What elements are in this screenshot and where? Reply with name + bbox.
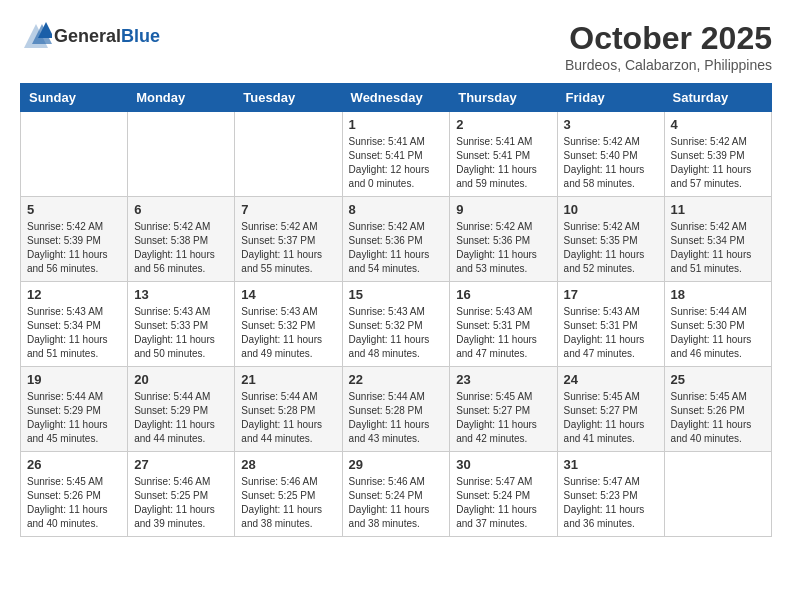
day-info: Sunrise: 5:44 AM Sunset: 5:28 PM Dayligh… bbox=[241, 390, 335, 446]
day-info: Sunrise: 5:43 AM Sunset: 5:31 PM Dayligh… bbox=[564, 305, 658, 361]
day-info: Sunrise: 5:44 AM Sunset: 5:28 PM Dayligh… bbox=[349, 390, 444, 446]
day-info: Sunrise: 5:45 AM Sunset: 5:26 PM Dayligh… bbox=[27, 475, 121, 531]
calendar-cell: 4Sunrise: 5:42 AM Sunset: 5:39 PM Daylig… bbox=[664, 112, 771, 197]
day-number: 2 bbox=[456, 117, 550, 132]
day-number: 31 bbox=[564, 457, 658, 472]
day-number: 29 bbox=[349, 457, 444, 472]
month-title: October 2025 bbox=[565, 20, 772, 57]
location: Burdeos, Calabarzon, Philippines bbox=[565, 57, 772, 73]
weekday-header-monday: Monday bbox=[128, 84, 235, 112]
calendar-cell: 15Sunrise: 5:43 AM Sunset: 5:32 PM Dayli… bbox=[342, 282, 450, 367]
day-info: Sunrise: 5:42 AM Sunset: 5:39 PM Dayligh… bbox=[671, 135, 765, 191]
calendar-cell: 24Sunrise: 5:45 AM Sunset: 5:27 PM Dayli… bbox=[557, 367, 664, 452]
day-number: 25 bbox=[671, 372, 765, 387]
calendar-page: GeneralBlue October 2025 Burdeos, Calaba… bbox=[0, 0, 792, 547]
weekday-header-wednesday: Wednesday bbox=[342, 84, 450, 112]
day-info: Sunrise: 5:43 AM Sunset: 5:34 PM Dayligh… bbox=[27, 305, 121, 361]
week-row-1: 1Sunrise: 5:41 AM Sunset: 5:41 PM Daylig… bbox=[21, 112, 772, 197]
day-info: Sunrise: 5:42 AM Sunset: 5:40 PM Dayligh… bbox=[564, 135, 658, 191]
week-row-4: 19Sunrise: 5:44 AM Sunset: 5:29 PM Dayli… bbox=[21, 367, 772, 452]
logo-blue: Blue bbox=[121, 26, 160, 46]
day-info: Sunrise: 5:43 AM Sunset: 5:33 PM Dayligh… bbox=[134, 305, 228, 361]
day-info: Sunrise: 5:41 AM Sunset: 5:41 PM Dayligh… bbox=[456, 135, 550, 191]
calendar-cell: 12Sunrise: 5:43 AM Sunset: 5:34 PM Dayli… bbox=[21, 282, 128, 367]
day-number: 10 bbox=[564, 202, 658, 217]
calendar-table: SundayMondayTuesdayWednesdayThursdayFrid… bbox=[20, 83, 772, 537]
calendar-cell bbox=[664, 452, 771, 537]
calendar-cell: 8Sunrise: 5:42 AM Sunset: 5:36 PM Daylig… bbox=[342, 197, 450, 282]
calendar-cell: 31Sunrise: 5:47 AM Sunset: 5:23 PM Dayli… bbox=[557, 452, 664, 537]
weekday-header-tuesday: Tuesday bbox=[235, 84, 342, 112]
day-number: 11 bbox=[671, 202, 765, 217]
calendar-cell: 1Sunrise: 5:41 AM Sunset: 5:41 PM Daylig… bbox=[342, 112, 450, 197]
day-info: Sunrise: 5:42 AM Sunset: 5:36 PM Dayligh… bbox=[349, 220, 444, 276]
calendar-cell: 2Sunrise: 5:41 AM Sunset: 5:41 PM Daylig… bbox=[450, 112, 557, 197]
day-number: 27 bbox=[134, 457, 228, 472]
calendar-cell: 20Sunrise: 5:44 AM Sunset: 5:29 PM Dayli… bbox=[128, 367, 235, 452]
week-row-5: 26Sunrise: 5:45 AM Sunset: 5:26 PM Dayli… bbox=[21, 452, 772, 537]
day-info: Sunrise: 5:42 AM Sunset: 5:37 PM Dayligh… bbox=[241, 220, 335, 276]
calendar-cell: 22Sunrise: 5:44 AM Sunset: 5:28 PM Dayli… bbox=[342, 367, 450, 452]
day-info: Sunrise: 5:42 AM Sunset: 5:34 PM Dayligh… bbox=[671, 220, 765, 276]
weekday-header-sunday: Sunday bbox=[21, 84, 128, 112]
day-info: Sunrise: 5:46 AM Sunset: 5:24 PM Dayligh… bbox=[349, 475, 444, 531]
calendar-cell: 23Sunrise: 5:45 AM Sunset: 5:27 PM Dayli… bbox=[450, 367, 557, 452]
calendar-cell bbox=[235, 112, 342, 197]
day-number: 1 bbox=[349, 117, 444, 132]
calendar-cell: 14Sunrise: 5:43 AM Sunset: 5:32 PM Dayli… bbox=[235, 282, 342, 367]
day-number: 17 bbox=[564, 287, 658, 302]
calendar-cell: 18Sunrise: 5:44 AM Sunset: 5:30 PM Dayli… bbox=[664, 282, 771, 367]
day-info: Sunrise: 5:42 AM Sunset: 5:39 PM Dayligh… bbox=[27, 220, 121, 276]
day-number: 28 bbox=[241, 457, 335, 472]
day-info: Sunrise: 5:41 AM Sunset: 5:41 PM Dayligh… bbox=[349, 135, 444, 191]
calendar-cell: 7Sunrise: 5:42 AM Sunset: 5:37 PM Daylig… bbox=[235, 197, 342, 282]
day-number: 30 bbox=[456, 457, 550, 472]
calendar-cell: 11Sunrise: 5:42 AM Sunset: 5:34 PM Dayli… bbox=[664, 197, 771, 282]
day-number: 3 bbox=[564, 117, 658, 132]
day-info: Sunrise: 5:44 AM Sunset: 5:29 PM Dayligh… bbox=[134, 390, 228, 446]
day-number: 26 bbox=[27, 457, 121, 472]
day-info: Sunrise: 5:45 AM Sunset: 5:26 PM Dayligh… bbox=[671, 390, 765, 446]
day-info: Sunrise: 5:46 AM Sunset: 5:25 PM Dayligh… bbox=[241, 475, 335, 531]
day-info: Sunrise: 5:42 AM Sunset: 5:38 PM Dayligh… bbox=[134, 220, 228, 276]
day-info: Sunrise: 5:43 AM Sunset: 5:32 PM Dayligh… bbox=[241, 305, 335, 361]
logo: GeneralBlue bbox=[20, 20, 160, 52]
day-info: Sunrise: 5:42 AM Sunset: 5:35 PM Dayligh… bbox=[564, 220, 658, 276]
weekday-header-saturday: Saturday bbox=[664, 84, 771, 112]
calendar-cell: 29Sunrise: 5:46 AM Sunset: 5:24 PM Dayli… bbox=[342, 452, 450, 537]
calendar-cell: 10Sunrise: 5:42 AM Sunset: 5:35 PM Dayli… bbox=[557, 197, 664, 282]
weekday-header-thursday: Thursday bbox=[450, 84, 557, 112]
day-number: 6 bbox=[134, 202, 228, 217]
day-number: 8 bbox=[349, 202, 444, 217]
logo-general: General bbox=[54, 26, 121, 46]
day-number: 13 bbox=[134, 287, 228, 302]
week-row-2: 5Sunrise: 5:42 AM Sunset: 5:39 PM Daylig… bbox=[21, 197, 772, 282]
day-number: 7 bbox=[241, 202, 335, 217]
day-number: 14 bbox=[241, 287, 335, 302]
weekday-header-friday: Friday bbox=[557, 84, 664, 112]
page-header: GeneralBlue October 2025 Burdeos, Calaba… bbox=[20, 20, 772, 73]
calendar-cell: 19Sunrise: 5:44 AM Sunset: 5:29 PM Dayli… bbox=[21, 367, 128, 452]
day-number: 5 bbox=[27, 202, 121, 217]
week-row-3: 12Sunrise: 5:43 AM Sunset: 5:34 PM Dayli… bbox=[21, 282, 772, 367]
calendar-cell bbox=[128, 112, 235, 197]
calendar-cell: 16Sunrise: 5:43 AM Sunset: 5:31 PM Dayli… bbox=[450, 282, 557, 367]
day-info: Sunrise: 5:42 AM Sunset: 5:36 PM Dayligh… bbox=[456, 220, 550, 276]
day-info: Sunrise: 5:44 AM Sunset: 5:29 PM Dayligh… bbox=[27, 390, 121, 446]
day-number: 16 bbox=[456, 287, 550, 302]
day-info: Sunrise: 5:47 AM Sunset: 5:24 PM Dayligh… bbox=[456, 475, 550, 531]
calendar-cell: 27Sunrise: 5:46 AM Sunset: 5:25 PM Dayli… bbox=[128, 452, 235, 537]
day-info: Sunrise: 5:43 AM Sunset: 5:31 PM Dayligh… bbox=[456, 305, 550, 361]
day-info: Sunrise: 5:47 AM Sunset: 5:23 PM Dayligh… bbox=[564, 475, 658, 531]
calendar-cell bbox=[21, 112, 128, 197]
day-number: 21 bbox=[241, 372, 335, 387]
day-number: 15 bbox=[349, 287, 444, 302]
weekday-header-row: SundayMondayTuesdayWednesdayThursdayFrid… bbox=[21, 84, 772, 112]
day-number: 18 bbox=[671, 287, 765, 302]
day-info: Sunrise: 5:44 AM Sunset: 5:30 PM Dayligh… bbox=[671, 305, 765, 361]
calendar-cell: 9Sunrise: 5:42 AM Sunset: 5:36 PM Daylig… bbox=[450, 197, 557, 282]
day-number: 19 bbox=[27, 372, 121, 387]
day-number: 23 bbox=[456, 372, 550, 387]
calendar-cell: 6Sunrise: 5:42 AM Sunset: 5:38 PM Daylig… bbox=[128, 197, 235, 282]
calendar-cell: 30Sunrise: 5:47 AM Sunset: 5:24 PM Dayli… bbox=[450, 452, 557, 537]
